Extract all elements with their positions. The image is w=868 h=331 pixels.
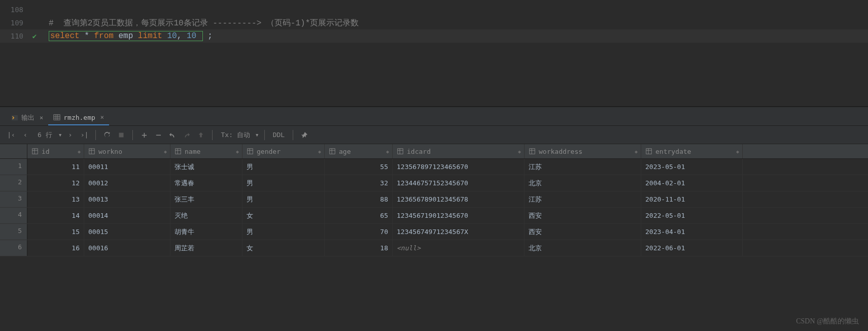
column-header-workno[interactable]: workno◆ xyxy=(84,144,170,158)
cell-idcard[interactable]: 123456719012345670 xyxy=(393,208,525,223)
sort-icon[interactable]: ◆ xyxy=(518,149,521,154)
cell-name[interactable]: 灭绝 xyxy=(170,208,242,223)
column-header-entrydate[interactable]: entrydate◆ xyxy=(641,144,743,158)
cell-idcard[interactable]: 123656789012345678 xyxy=(393,191,525,207)
cell-id[interactable]: 14 xyxy=(27,208,84,223)
cell-id[interactable]: 16 xyxy=(27,240,84,256)
cell-workaddress[interactable]: 北京 xyxy=(525,240,641,256)
cell-entrydate[interactable]: 2022-05-01 xyxy=(641,208,743,223)
cell-name[interactable]: 胡青牛 xyxy=(170,224,242,240)
cell-entrydate[interactable]: 2023-05-01 xyxy=(641,159,743,175)
cell-gender[interactable]: 女 xyxy=(242,208,325,223)
cell-workno[interactable]: 00014 xyxy=(84,208,170,223)
cell-workno[interactable]: 00012 xyxy=(84,175,170,191)
prev-page-button[interactable]: ‹ xyxy=(19,129,31,141)
sort-icon[interactable]: ◆ xyxy=(635,149,638,154)
remove-row-button[interactable]: − xyxy=(152,129,164,141)
cell-id[interactable]: 11 xyxy=(27,159,84,175)
cell-entrydate[interactable]: 2022-06-01 xyxy=(641,240,743,256)
column-header-id[interactable]: id◆ xyxy=(27,144,84,158)
column-header-age[interactable]: age◆ xyxy=(325,144,393,158)
table-row[interactable]: 41400014灭绝女65123456719012345670西安2022-05… xyxy=(0,208,868,224)
cell-name[interactable]: 张士诚 xyxy=(170,159,242,175)
cell-name[interactable]: 常遇春 xyxy=(170,175,242,191)
cell-workaddress[interactable]: 江苏 xyxy=(525,191,641,207)
table-row[interactable]: 11100011张士诚男55123567897123465670江苏2023-0… xyxy=(0,159,868,175)
cell-workaddress[interactable]: 西安 xyxy=(525,224,641,240)
cell-id[interactable]: 12 xyxy=(27,175,84,191)
watermark: CSDN @酷酷的懒虫 xyxy=(796,317,859,326)
submit-button[interactable] xyxy=(195,129,207,141)
column-header-workaddress[interactable]: workaddress◆ xyxy=(525,144,641,158)
refresh-button[interactable] xyxy=(101,129,113,141)
cell-idcard[interactable]: 12345674971234567X xyxy=(393,224,525,240)
cell-workno[interactable]: 00011 xyxy=(84,159,170,175)
code-content[interactable]: select * from emp limit 10, 10 ; xyxy=(41,31,213,41)
revert-button[interactable] xyxy=(166,129,179,141)
cell-age[interactable]: 18 xyxy=(325,240,393,256)
cell-gender[interactable]: 男 xyxy=(242,175,325,191)
cell-idcard[interactable]: 123567897123465670 xyxy=(393,159,525,175)
cell-id[interactable]: 13 xyxy=(27,191,84,207)
tab-output[interactable]: 输出 × xyxy=(6,110,48,125)
sort-icon[interactable]: ◆ xyxy=(164,149,167,154)
cell-age[interactable]: 65 xyxy=(325,208,393,223)
cell-age[interactable]: 88 xyxy=(325,191,393,207)
cell-gender[interactable]: 男 xyxy=(242,159,325,175)
first-page-button[interactable]: |‹ xyxy=(5,129,17,141)
sort-icon[interactable]: ◆ xyxy=(386,149,389,154)
cell-entrydate[interactable]: 2023-04-01 xyxy=(641,224,743,240)
row-number: 5 xyxy=(0,224,27,240)
last-page-button[interactable]: ›| xyxy=(78,129,90,141)
column-header-name[interactable]: name◆ xyxy=(170,144,242,158)
tx-mode[interactable]: Tx: 自动 xyxy=(218,130,253,140)
code-content[interactable]: # 查询第2页员工数据，每页展示10条记录 ---------> （页码-1)*… xyxy=(41,18,359,28)
cell-workno[interactable]: 00015 xyxy=(84,224,170,240)
cell-workno[interactable]: 00013 xyxy=(84,191,170,207)
dropdown-icon[interactable]: ▾ xyxy=(255,131,259,139)
cell-age[interactable]: 70 xyxy=(325,224,393,240)
column-icon xyxy=(247,148,254,155)
cell-entrydate[interactable]: 2004-02-01 xyxy=(641,175,743,191)
cell-gender[interactable]: 男 xyxy=(242,224,325,240)
commit-button[interactable] xyxy=(181,129,193,141)
add-row-button[interactable]: + xyxy=(138,129,150,141)
cell-entrydate[interactable]: 2020-11-01 xyxy=(641,191,743,207)
cell-age[interactable]: 32 xyxy=(325,175,393,191)
close-icon[interactable]: × xyxy=(100,114,104,121)
table-row[interactable]: 51500015胡青牛男7012345674971234567X西安2023-0… xyxy=(0,224,868,240)
close-icon[interactable]: × xyxy=(40,114,43,121)
code-editor[interactable]: 108109# 查询第2页员工数据，每页展示10条记录 ---------> （… xyxy=(0,0,868,107)
stop-button[interactable] xyxy=(115,129,127,141)
cell-workno[interactable]: 00016 xyxy=(84,240,170,256)
svg-rect-19 xyxy=(330,149,335,154)
pin-button[interactable] xyxy=(298,129,310,141)
svg-rect-0 xyxy=(12,115,18,121)
table-row[interactable]: 61600016周芷若女18<null>北京2022-06-01 xyxy=(0,240,868,256)
cell-name[interactable]: 周芷若 xyxy=(170,240,242,256)
cell-age[interactable]: 55 xyxy=(325,159,393,175)
sort-icon[interactable]: ◆ xyxy=(236,149,239,154)
cell-workaddress[interactable]: 江苏 xyxy=(525,159,641,175)
table-row[interactable]: 21200012常遇春男32123446757152345670北京2004-0… xyxy=(0,175,868,191)
column-header-idcard[interactable]: idcard◆ xyxy=(393,144,525,158)
cell-id[interactable]: 15 xyxy=(27,224,84,240)
data-grid[interactable]: id◆workno◆name◆gender◆age◆idcard◆workadd… xyxy=(0,144,868,256)
sort-icon[interactable]: ◆ xyxy=(736,149,739,154)
cell-gender[interactable]: 男 xyxy=(242,191,325,207)
tab-result[interactable]: rmzh.emp × xyxy=(48,110,109,125)
row-count: 6 行 xyxy=(33,130,56,140)
sort-icon[interactable]: ◆ xyxy=(318,149,321,154)
ddl-button[interactable]: DDL xyxy=(270,131,288,139)
cell-idcard[interactable]: <null> xyxy=(393,240,525,256)
sort-icon[interactable]: ◆ xyxy=(78,149,81,154)
next-page-button[interactable]: › xyxy=(64,129,76,141)
cell-name[interactable]: 张三丰 xyxy=(170,191,242,207)
cell-gender[interactable]: 女 xyxy=(242,240,325,256)
table-row[interactable]: 31300013张三丰男88123656789012345678江苏2020-1… xyxy=(0,191,868,208)
cell-idcard[interactable]: 123446757152345670 xyxy=(393,175,525,191)
cell-workaddress[interactable]: 北京 xyxy=(525,175,641,191)
dropdown-icon[interactable]: ▾ xyxy=(58,131,62,139)
cell-workaddress[interactable]: 西安 xyxy=(525,208,641,223)
column-header-gender[interactable]: gender◆ xyxy=(242,144,325,158)
